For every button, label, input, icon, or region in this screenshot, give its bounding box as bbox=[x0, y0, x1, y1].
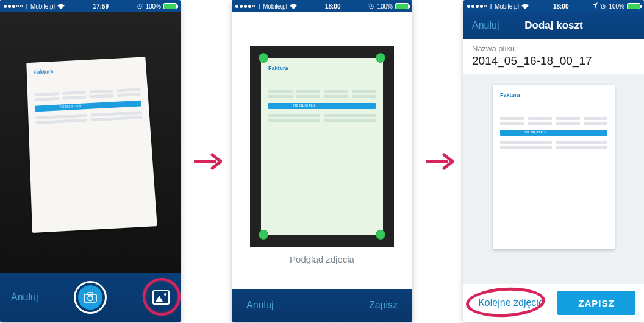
wifi-icon bbox=[521, 4, 529, 9]
battery-pct: 100% bbox=[609, 3, 624, 10]
clock: 17:59 bbox=[65, 3, 137, 10]
crop-handle-top-right[interactable] bbox=[376, 53, 385, 63]
preview-toolbar: Anuluj Zapisz bbox=[232, 289, 412, 322]
screen-add-cost: T-Mobile.pl 18:00 100% Anuluj Dodaj bbox=[463, 0, 644, 322]
flow-arrow-icon bbox=[426, 152, 454, 171]
status-bar: T-Mobile.pl 18:00 100% bbox=[463, 0, 644, 12]
alarm-icon bbox=[600, 3, 606, 9]
flow-arrow-icon bbox=[194, 152, 222, 171]
cell-signal-icon bbox=[467, 5, 487, 8]
cancel-button[interactable]: Anuluj bbox=[11, 292, 38, 303]
nav-title: Dodaj koszt bbox=[463, 20, 644, 32]
battery-icon bbox=[163, 3, 177, 9]
attachment-thumbnail[interactable]: Faktura 712 891,00 PLN bbox=[493, 85, 615, 249]
gallery-button[interactable] bbox=[152, 290, 170, 305]
invoice-total: 712 891,00 PLN bbox=[293, 104, 315, 107]
alarm-icon bbox=[368, 3, 374, 9]
invoice-title: Faktura bbox=[500, 92, 607, 98]
invoice-total: 712 891,00 PLN bbox=[59, 104, 81, 109]
shutter-button[interactable] bbox=[74, 281, 107, 314]
wifi-icon bbox=[57, 4, 65, 9]
crop-handle-top-left[interactable] bbox=[259, 53, 268, 63]
camera-toolbar: Anuluj bbox=[0, 273, 181, 322]
svg-point-2 bbox=[88, 296, 93, 301]
save-button[interactable]: Zapisz bbox=[369, 300, 398, 311]
nav-bar: Anuluj Dodaj koszt bbox=[463, 12, 644, 39]
filename-label: Nazwa pliku bbox=[472, 44, 635, 53]
wifi-icon bbox=[290, 4, 297, 9]
invoice-total: 712 891,00 PLN bbox=[524, 130, 546, 134]
carrier-label: T-Mobile.pl bbox=[489, 3, 519, 10]
status-bar: T-Mobile.pl 18:00 100% bbox=[232, 0, 412, 12]
next-photo-button[interactable]: Kolejne zdjęcie bbox=[472, 297, 550, 308]
carrier-label: T-Mobile.pl bbox=[25, 3, 55, 10]
attachment-preview-area: Faktura 712 891,00 PLN bbox=[463, 74, 644, 284]
clock: 18:00 bbox=[297, 3, 369, 10]
screen-camera-capture: T-Mobile.pl 17:59 100% Faktura bbox=[0, 0, 181, 322]
invoice-title: Faktura bbox=[268, 65, 376, 71]
crop-handle-bottom-left[interactable] bbox=[259, 230, 268, 240]
cell-signal-icon bbox=[4, 5, 23, 8]
camera-viewfinder: Faktura 712 891,00 PLN bbox=[0, 12, 181, 273]
save-button[interactable]: ZAPISZ bbox=[557, 291, 635, 315]
captured-document-preview: Faktura 712 891,00 PLN bbox=[26, 57, 157, 233]
cancel-button[interactable]: Anuluj bbox=[246, 300, 273, 311]
svg-rect-3 bbox=[88, 293, 93, 295]
preview-caption: Podgląd zdjęcia bbox=[290, 254, 354, 264]
cell-signal-icon bbox=[235, 5, 255, 8]
battery-icon bbox=[627, 3, 640, 9]
filename-field[interactable]: 2014_05_16-18_00_17 bbox=[472, 54, 635, 74]
battery-pct: 100% bbox=[145, 3, 161, 10]
crop-frame[interactable]: Faktura 712 891,00 PLN bbox=[250, 46, 394, 247]
crop-handle-bottom-right[interactable] bbox=[376, 230, 385, 240]
carrier-label: T-Mobile.pl bbox=[257, 3, 287, 10]
clock: 18:00 bbox=[529, 3, 593, 10]
status-bar: T-Mobile.pl 17:59 100% bbox=[0, 0, 181, 12]
battery-icon bbox=[395, 3, 409, 9]
camera-icon bbox=[84, 292, 97, 303]
cropped-document-preview: Faktura 712 891,00 PLN bbox=[261, 58, 383, 235]
location-icon bbox=[593, 2, 598, 10]
screen-photo-preview: T-Mobile.pl 18:00 100% Faktura bbox=[232, 0, 412, 322]
alarm-icon bbox=[137, 3, 143, 9]
battery-pct: 100% bbox=[377, 3, 393, 10]
form-footer: Kolejne zdjęcie ZAPISZ bbox=[463, 284, 644, 322]
